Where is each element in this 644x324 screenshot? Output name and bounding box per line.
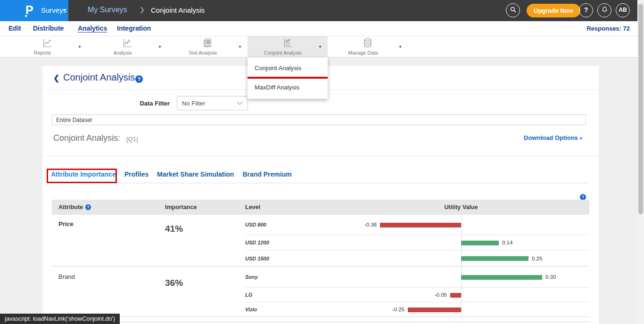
menu-item-conjoint-analysis[interactable]: Conjoint Analysis (248, 59, 328, 77)
level-label: USD 1200 (245, 235, 269, 251)
utility-bar (408, 308, 461, 312)
attribute-group-price: Price41%USD 800-0.38USD 12000.14USD 1500… (52, 215, 589, 267)
reports-icon (42, 38, 52, 48)
breadcrumb-separator-icon: ❯ (140, 6, 145, 13)
analytics-toolbar: Reports▼Analysis▼Text Analysis▼Conjoint … (0, 36, 644, 57)
section-question-code: [Q1] (126, 136, 138, 143)
menu-item-maxdiff-analysis[interactable]: MaxDiff Analysis (248, 79, 328, 96)
toolbar-label-reports: Reports (7, 50, 78, 56)
responses-count[interactable]: Responses: 72 (586, 25, 630, 32)
app-logo[interactable]: P Surveys ▼ (0, 0, 68, 21)
nav-item-integration[interactable]: Integration (117, 24, 151, 32)
nav-item-distribute[interactable]: Distribute (33, 24, 64, 32)
utility-value-label: 0.14 (502, 235, 512, 251)
notifications-button[interactable] (597, 3, 611, 17)
conjoint-icon (282, 38, 293, 48)
caret-down-icon[interactable]: ▼ (398, 45, 402, 49)
level-label: USD 1500 (245, 251, 269, 267)
toolbar-reports[interactable]: Reports▼ (7, 36, 87, 57)
level-label: Vizio (245, 302, 257, 317)
result-tabs: Attribute ImportanceProfilesMarket Share… (51, 170, 292, 178)
level-row-usd-800: USD 800-0.38 (52, 215, 589, 235)
help-button[interactable]: ? (579, 3, 593, 17)
toolbar-conjoint-analysis[interactable]: Conjoint Analysis▼ (248, 36, 328, 57)
toolbar-text-analysis[interactable]: Text Analysis▼ (167, 36, 248, 57)
tabs-underline (52, 183, 589, 183)
avatar[interactable]: AB (616, 3, 630, 17)
brand-logo-dot (25, 15, 27, 17)
utility-value-label: -0.38 (364, 215, 377, 235)
breadcrumb-my-surveys[interactable]: My Surveys (88, 6, 127, 14)
level-row-vizio: Vizio-0.25 (52, 302, 589, 317)
divider (42, 155, 599, 156)
level-label: LG (245, 288, 252, 302)
utility-bar (461, 256, 528, 261)
download-options-label: Download Options (524, 134, 578, 141)
back-chevron-icon[interactable]: ❮ (53, 73, 59, 82)
caret-down-icon[interactable]: ▼ (78, 45, 82, 49)
conjoint-dropdown-menu: Conjoint AnalysisMaxDiff Analysis (248, 57, 328, 99)
data-filter-label: Data Filter (123, 100, 170, 107)
toolbar-label-conjoint-analysis: Conjoint Analysis (248, 50, 318, 56)
topbar: P Surveys ▼ My Surveys ❯ Conjoint Analys… (0, 0, 644, 21)
caret-down-icon[interactable]: ▼ (238, 45, 242, 49)
help-icon: ? (135, 75, 143, 83)
upgrade-now-button[interactable]: Upgrade Now (527, 4, 580, 17)
caret-down-icon[interactable]: ▼ (158, 45, 162, 49)
scrollbar-thumb[interactable] (638, 4, 643, 214)
level-row-usd-1200: USD 12000.14 (52, 235, 589, 251)
level-label: USD 800 (245, 215, 266, 235)
caret-down-icon[interactable]: ▼ (318, 45, 322, 49)
toolbar-label-manage-data: Manage Data (328, 50, 398, 56)
bell-icon (601, 6, 608, 13)
title-help-button[interactable]: ? (135, 74, 143, 83)
breadcrumb-current: Conjoint Analysis (151, 6, 205, 14)
level-row-sony: Sony0.30 (52, 267, 589, 288)
download-options-link[interactable]: Download Options ▾ (524, 134, 582, 141)
chevron-down-icon: ▼ (63, 8, 66, 12)
col-header-level: Level (245, 204, 260, 211)
toolbar-label-analysis: Analysis (87, 50, 158, 56)
utility-table-body: Price41%USD 800-0.38USD 12000.14USD 1500… (52, 215, 589, 317)
search-button[interactable] (506, 3, 520, 17)
scrollbar-track[interactable] (637, 0, 644, 324)
utility-value-label: -0.05 (435, 288, 447, 302)
search-icon (510, 6, 517, 13)
data-filter-value: No Filter (182, 100, 205, 107)
toolbar-analysis[interactable]: Analysis▼ (87, 36, 167, 57)
tab-brand-premium[interactable]: Brand Premium (242, 170, 291, 178)
tab-market-share-simulation[interactable]: Market Share Simulation (157, 170, 234, 178)
utility-bar (450, 293, 461, 298)
attribute-group-brand: Brand36%Sony0.30LG-0.05Vizio-0.25 (52, 267, 589, 317)
tab-profiles[interactable]: Profiles (124, 170, 149, 178)
utility-bar (461, 275, 542, 280)
utility-bar (380, 223, 461, 227)
col-header-utility-value: Utility Value (428, 204, 494, 211)
utility-value-label: -0.25 (392, 302, 405, 317)
data-filter-select[interactable]: No Filter (177, 96, 248, 110)
table-header: Attribute? Importance Level Utility Valu… (52, 200, 589, 215)
tab-attribute-importance[interactable]: Attribute Importance (51, 170, 116, 178)
level-label: Sony (245, 267, 258, 288)
table-help-button[interactable]: ? (580, 192, 586, 200)
survey-nav: EditDistributeAnalyticsIntegration Respo… (0, 21, 644, 36)
col-header-importance: Importance (165, 204, 197, 211)
nav-item-analytics[interactable]: Analytics (78, 24, 107, 32)
level-row-usd-1500: USD 15000.25 (52, 251, 589, 267)
utility-bar (461, 241, 499, 245)
analysis-icon (122, 38, 132, 48)
utility-value-label: 0.30 (545, 267, 556, 288)
caret-down-icon: ▾ (579, 136, 582, 141)
nav-item-edit[interactable]: Edit (8, 24, 21, 32)
utility-value-label: 0.25 (532, 251, 542, 267)
dotted-divider (52, 322, 589, 322)
page-title: Conjoint Analysis (63, 72, 135, 83)
toolbar-label-text-analysis: Text Analysis (167, 50, 238, 56)
status-bar-link-preview: javascript: loadNavLink('showConjoint.do… (0, 314, 120, 324)
col-header-attribute: Attribute? (58, 204, 91, 211)
dataset-field[interactable] (52, 114, 586, 125)
text-analysis-icon (202, 38, 213, 48)
help-icon[interactable]: ? (85, 204, 91, 210)
section-title: Conjoint Analysis: (53, 133, 120, 143)
toolbar-manage-data[interactable]: Manage Data▼ (328, 36, 408, 57)
